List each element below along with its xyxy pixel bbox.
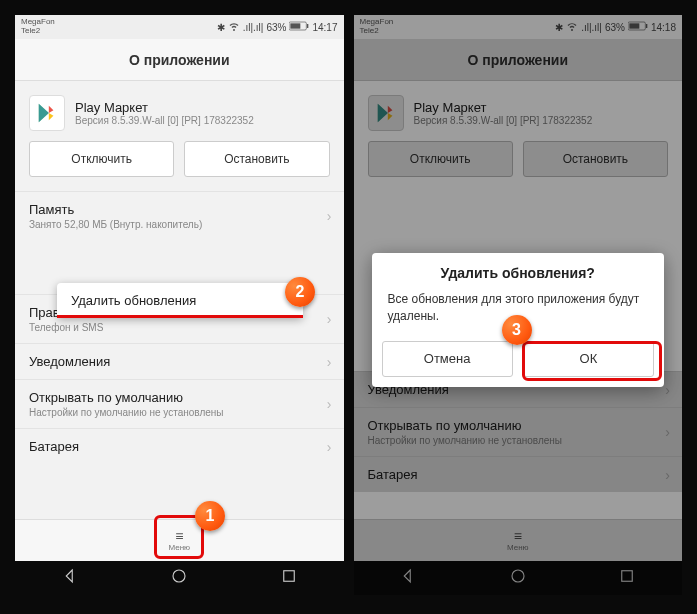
battery-pct: 63% [266, 22, 286, 33]
back-icon[interactable] [61, 567, 79, 589]
delete-updates-label: Удалить обновления [57, 283, 303, 318]
play-store-icon [29, 95, 65, 131]
chevron-right-icon: › [327, 396, 332, 412]
bottom-menu[interactable]: ≡ Меню [15, 519, 344, 561]
ok-button[interactable]: ОК [523, 341, 654, 377]
svg-rect-2 [291, 23, 301, 28]
section-default[interactable]: Открывать по умолчанию Настройки по умол… [15, 379, 344, 428]
disable-button[interactable]: Отключить [29, 141, 174, 177]
wifi-icon [228, 20, 240, 34]
page-title: О приложении [129, 52, 230, 68]
clock: 14:17 [312, 22, 337, 33]
section-memory[interactable]: Память Занято 52,80 МБ (Внутр. накопител… [15, 191, 344, 240]
hamburger-icon: ≡ [175, 529, 183, 543]
app-info-content: Play Маркет Версия 8.5.39.W-all [0] [PR]… [15, 81, 344, 464]
marker-3: 3 [502, 315, 532, 345]
chevron-right-icon: › [327, 208, 332, 224]
dialog-title: Удалить обновления? [372, 265, 665, 281]
section-notifications[interactable]: Уведомления › [15, 343, 344, 379]
highlight-bar [57, 315, 303, 318]
chevron-right-icon: › [327, 311, 332, 327]
carrier-2: Tele2 [21, 27, 55, 36]
page-header: О приложении [15, 39, 344, 81]
home-icon[interactable] [170, 567, 188, 589]
phone-right: MegaFon Tele2 ✱ .ıl|.ıl| 63% 14:18 О при… [354, 15, 683, 595]
section-battery[interactable]: Батарея › [15, 428, 344, 464]
cancel-button[interactable]: Отмена [382, 341, 513, 377]
battery-icon [289, 21, 309, 33]
signal-icon: .ıl|.ıl| [243, 22, 264, 33]
chevron-right-icon: › [327, 439, 332, 455]
svg-rect-1 [307, 24, 308, 28]
bluetooth-icon: ✱ [217, 22, 225, 33]
status-bar: MegaFon Tele2 ✱ .ıl|.ıl| 63% 14:17 [15, 15, 344, 39]
svg-rect-4 [284, 571, 295, 582]
app-name: Play Маркет [75, 100, 254, 115]
marker-2: 2 [285, 277, 315, 307]
menu-label: Меню [168, 543, 190, 552]
phone-left: MegaFon Tele2 ✱ .ıl|.ıl| 63% 14:17 О при… [15, 15, 344, 595]
marker-1: 1 [195, 501, 225, 531]
svg-point-3 [173, 570, 185, 582]
app-version: Версия 8.5.39.W-all [0] [PR] 178322352 [75, 115, 254, 126]
delete-updates-popup[interactable]: Удалить обновления [57, 283, 303, 318]
android-nav-bar [15, 561, 344, 595]
chevron-right-icon: › [327, 354, 332, 370]
recents-icon[interactable] [280, 567, 298, 589]
stop-button[interactable]: Остановить [184, 141, 329, 177]
